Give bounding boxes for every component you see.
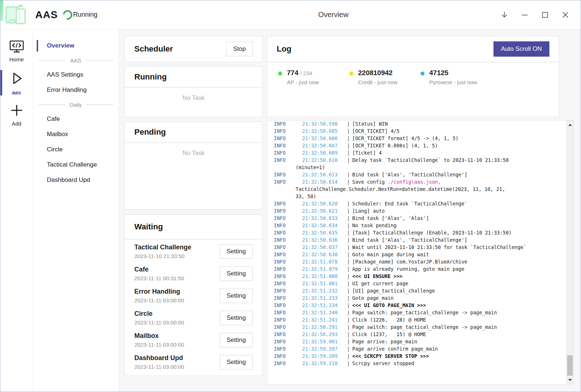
task-name: Circle — [134, 310, 184, 318]
scrollbar-thumb[interactable] — [567, 355, 573, 376]
minimize-button[interactable] — [517, 8, 532, 22]
log-scrollbar[interactable] — [566, 121, 573, 384]
stat-value-line: 220810942 — [358, 69, 397, 77]
log-timestamp: 21:32:51.234 — [302, 302, 345, 309]
log-message-continuation: (minute=1) — [274, 164, 564, 171]
task-setting-button[interactable]: Setting — [220, 266, 253, 281]
log-timestamp: 21:32:59.001 — [302, 338, 345, 345]
rail-active-bar — [0, 70, 2, 95]
close-button[interactable] — [558, 8, 573, 22]
sidebar-item-mailbox[interactable]: Mailbox — [33, 127, 118, 142]
scrollbar-down-arrow-icon[interactable] — [566, 376, 573, 384]
log-timestamp: 21:32:51.079 — [302, 265, 345, 273]
sidebar-item-dashboard-upd[interactable]: Dashboard Upd — [33, 172, 118, 188]
sidebar-item-cafe[interactable]: Cafe — [33, 111, 118, 127]
stat-total: / 234 — [300, 70, 312, 76]
log-separator: | — [345, 352, 352, 360]
rail-item-add[interactable]: Add — [0, 100, 33, 130]
rail-item-aas[interactable]: aas — [0, 68, 33, 98]
plus-icon — [9, 103, 24, 119]
sidebar-item-error-handling[interactable]: Error Handling — [33, 82, 118, 98]
log-line: INFO21:32:50.620|Scheduler: End task `Ta… — [274, 200, 564, 207]
waiting-card: Waiting Tactical Challenge2023-11-10 21:… — [125, 215, 263, 376]
log-message: UI get current page — [352, 280, 408, 287]
task-next-run-time: 2023-11-10 21:33:50 — [134, 253, 191, 259]
task-meta: Dashboard Upd2023-11-11 03:00:00 — [134, 354, 184, 370]
task-setting-button[interactable]: Setting — [220, 333, 253, 347]
log-timestamp: 21:32:51.233 — [302, 294, 345, 302]
sidebar-section-aas: AAS — [33, 53, 118, 67]
rail-item-home[interactable]: Home — [0, 36, 33, 66]
log-level: INFO — [274, 142, 302, 149]
task-meta: Cafe2023-11-11 00:31:50 — [134, 266, 184, 281]
section-line — [86, 105, 113, 105]
log-line: INFO21:32:59.207|Page arrive confirm pag… — [274, 345, 564, 352]
sidebar-item-tactical-challenge[interactable]: Tactical Challenge — [33, 157, 118, 172]
log-level: INFO — [274, 273, 302, 280]
task-meta: Tactical Challenge2023-11-10 21:33:50 — [134, 244, 191, 259]
sidebar-item-aas-settings[interactable]: AAS Settings — [33, 67, 118, 82]
section-label: AAS — [70, 57, 81, 64]
log-separator: | — [345, 207, 352, 215]
log-level: INFO — [274, 222, 302, 229]
log-column: Log Auto Scroll ON 774/ 234AP - just now… — [267, 36, 574, 385]
log-message: Goto main page during wait — [352, 251, 429, 258]
auto-scroll-toggle[interactable]: Auto Scroll ON — [493, 41, 549, 57]
log-level: INFO — [274, 287, 302, 294]
rail-item-label: aas — [12, 89, 21, 95]
task-setting-button[interactable]: Setting — [220, 311, 253, 325]
log-output[interactable]: INFO21:32:50.598|[Status] WININFO21:32:5… — [267, 121, 566, 384]
scheduler-stop-button[interactable]: Stop — [226, 42, 253, 56]
log-separator: | — [345, 302, 352, 309]
nav-rail: HomeaasAdd — [0, 29, 33, 392]
waiting-task-row: Error Handling2023-11-11 03:00:00Setting — [134, 285, 253, 307]
log-separator: | — [345, 171, 352, 178]
log-timestamp: 21:32:50.621 — [302, 207, 345, 215]
log-line: INFO21:32:50.614|Save config ./config\aa… — [274, 178, 564, 185]
log-level: INFO — [274, 302, 302, 309]
maximize-button[interactable] — [538, 8, 552, 22]
log-config-path: ./config\aas.json, — [388, 179, 441, 185]
log-level: INFO — [274, 156, 302, 164]
log-line: INFO21:32:51.232|[UI] page_tactical_chal… — [274, 287, 564, 294]
sidebar-item-circle[interactable]: Circle — [33, 142, 118, 157]
log-line: INFO21:32:50.636|Bind task ['Alas', 'Tac… — [274, 236, 564, 244]
task-next-run-time: 2023-11-11 03:00:00 — [134, 319, 184, 326]
log-message: Page switch: page_tactical_challenge -> … — [352, 309, 497, 316]
log-message: Bind task ['Alas', 'TacticalChallenge'] — [352, 171, 467, 178]
task-setting-button[interactable]: Setting — [220, 244, 253, 259]
scrollbar-up-arrow-icon[interactable] — [566, 121, 573, 128]
log-line: INFO21:32:51.081|UI get current page — [274, 280, 564, 287]
log-level: INFO — [274, 200, 302, 207]
log-message: [Ticket] 4 — [352, 149, 382, 156]
task-setting-button[interactable]: Setting — [220, 355, 253, 369]
log-message: [UI] page_tactical_challenge — [352, 287, 435, 294]
log-level: INFO — [274, 316, 302, 323]
log-level: INFO — [274, 360, 302, 367]
log-timestamp: 21:32:50.606 — [302, 135, 345, 142]
sidebar: OverviewAASAAS SettingsError HandlingDai… — [33, 29, 119, 392]
log-separator: | — [345, 127, 352, 135]
log-timestamp: 21:32:50.634 — [302, 222, 345, 229]
sidebar-item-overview[interactable]: Overview — [33, 38, 118, 53]
log-line: INFO21:32:51.233|Goto page_main — [274, 294, 564, 302]
log-message: Save config ./config\aas.json, — [352, 178, 441, 185]
stat-label: Credit - just now — [358, 79, 397, 85]
download-update-button[interactable] — [497, 8, 512, 22]
log-timestamp: 21:32:56.293 — [302, 331, 345, 338]
log-timestamp: 21:32:50.614 — [302, 178, 345, 185]
title-bar: AAS Running Overview — [0, 0, 581, 29]
log-timestamp: 21:32:50.633 — [302, 215, 345, 222]
log-line: INFO21:32:50.598|[Status] WIN — [274, 121, 564, 127]
log-timestamp: 21:32:50.636 — [302, 236, 345, 244]
stat-body: 47125Pyroxene - just now — [429, 69, 477, 85]
log-message: App is already running, goto main page — [352, 265, 464, 273]
log-timestamp: 21:32:50.637 — [302, 244, 345, 251]
log-message: [Task] TacticalChallenge (Enable, 2023-1… — [352, 229, 512, 236]
log-timestamp: 21:32:51.078 — [302, 258, 345, 265]
log-line: INFO21:32:50.605|[OCR_TICKET] 4/5 — [274, 127, 564, 135]
task-setting-button[interactable]: Setting — [220, 289, 253, 303]
log-separator: | — [345, 294, 352, 302]
section-label: Daily — [70, 102, 82, 108]
log-separator: | — [345, 338, 352, 345]
